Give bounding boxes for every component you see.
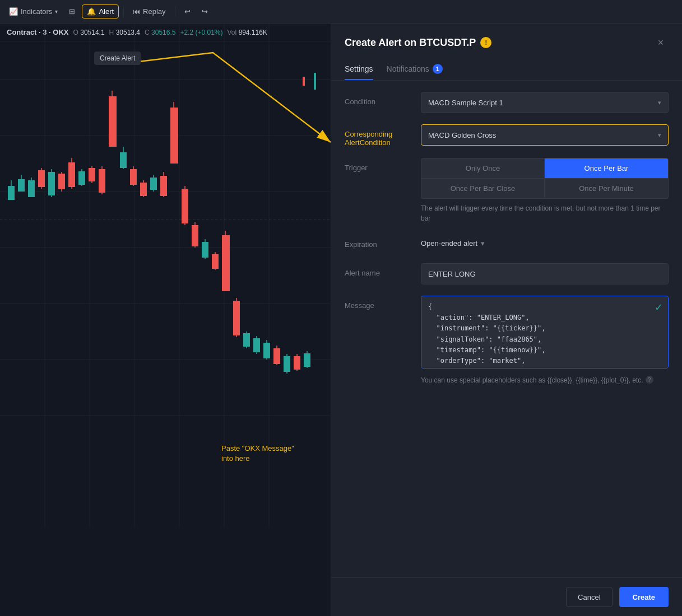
condition-select[interactable]: MACD Sample Script 1 ▾ <box>421 92 669 113</box>
trigger-per-minute-label: Once Per Minute <box>579 184 634 193</box>
modal-body: Condition MACD Sample Script 1 ▾ Corresp… <box>331 81 682 577</box>
replay-label: Replay <box>143 7 165 16</box>
notifications-tab-label: Notifications <box>387 64 429 73</box>
warning-badge: ! <box>480 37 491 48</box>
notifications-badge: 1 <box>433 64 443 74</box>
create-label: Create <box>633 593 655 601</box>
svg-rect-17 <box>8 186 15 200</box>
toolbar: 📈 Indicators ▾ ⊞ 🔔 Alert ⏮ Replay ↩ ↪ <box>0 0 682 24</box>
undo-button[interactable]: ↩ <box>180 5 195 18</box>
svg-rect-63 <box>243 333 250 347</box>
message-wrap: { "action": "ENTER_LONG", "instrument": … <box>421 296 669 385</box>
svg-rect-67 <box>263 343 270 358</box>
trigger-once-per-bar[interactable]: Once Per Bar <box>545 158 668 179</box>
help-icon-btn[interactable]: ? <box>646 376 653 384</box>
svg-rect-51 <box>182 189 188 223</box>
indicators-button[interactable]: 📈 Indicators ▾ <box>4 5 62 18</box>
chevron-down-icon: ▾ <box>55 8 58 15</box>
alert-condition-row: CorrespondingAlertCondition MACD Golden … <box>345 124 669 147</box>
svg-rect-25 <box>48 172 55 195</box>
hint-text: You can use special placeholders such as… <box>421 375 643 385</box>
alert-name-row: Alert name <box>345 263 669 284</box>
cancel-label: Cancel <box>578 593 600 601</box>
alert-name-input[interactable] <box>421 263 669 284</box>
expiration-label: Expiration <box>345 235 412 249</box>
message-label: Message <box>345 296 412 310</box>
message-hint: You can use special placeholders such as… <box>421 375 669 385</box>
tab-notifications[interactable]: Notifications 1 <box>387 59 443 81</box>
svg-rect-21 <box>28 180 35 197</box>
svg-rect-55 <box>202 242 208 258</box>
indicators-label: Indicators <box>21 7 52 16</box>
svg-rect-71 <box>284 356 290 372</box>
alert-label: Alert <box>99 7 114 16</box>
svg-rect-29 <box>68 162 75 187</box>
trigger-wrap: Only Once Once Per Bar Once Per Bar Clos… <box>421 158 669 223</box>
svg-rect-23 <box>38 170 45 187</box>
condition-wrap: MACD Sample Script 1 ▾ <box>421 92 669 113</box>
alert-condition-value: MACD Golden Cross <box>428 131 496 139</box>
trigger-only-once-label: Only Once <box>466 164 500 172</box>
settings-tab-label: Settings <box>345 64 373 73</box>
warning-icon: ! <box>485 39 488 46</box>
trigger-hint: The alert will trigger every time the co… <box>421 203 669 223</box>
help-icon: ? <box>648 376 651 384</box>
svg-rect-41 <box>130 169 137 185</box>
svg-rect-31 <box>78 171 85 185</box>
badge-count: 1 <box>436 66 439 72</box>
message-textarea[interactable]: { "action": "ENTER_LONG", "instrument": … <box>421 296 669 368</box>
expiration-value: Open-ended alert <box>421 239 477 248</box>
modal-header: Create Alert on BTCUSDT.P ! × <box>331 24 682 50</box>
toolbar-divider <box>123 6 124 17</box>
trigger-once-per-bar-close[interactable]: Once Per Bar Close <box>421 179 545 198</box>
trigger-row: Trigger Only Once Once Per Bar Once Per … <box>345 158 669 223</box>
redo-icon: ↪ <box>202 7 208 16</box>
undo-icon: ↩ <box>184 7 191 16</box>
redo-button[interactable]: ↪ <box>197 5 212 18</box>
tab-settings[interactable]: Settings <box>345 60 373 80</box>
cancel-button[interactable]: Cancel <box>566 587 612 607</box>
candle-chart <box>0 24 331 528</box>
create-button[interactable]: Create <box>619 587 669 607</box>
toolbar-divider-2 <box>175 6 175 17</box>
condition-row: Condition MACD Sample Script 1 ▾ <box>345 92 669 113</box>
alert-condition-select[interactable]: MACD Golden Cross ▾ <box>421 124 669 146</box>
modal-title-text: Create Alert on BTCUSDT.P <box>345 37 476 49</box>
svg-rect-75 <box>304 353 310 367</box>
alert-condition-label: CorrespondingAlertCondition <box>345 124 412 147</box>
alert-name-label: Alert name <box>345 263 412 277</box>
trigger-bar-close-label: Once Per Bar Close <box>451 184 516 193</box>
replay-button[interactable]: ⏮ Replay <box>128 5 170 18</box>
svg-rect-43 <box>140 183 147 196</box>
close-icon: × <box>658 37 664 49</box>
expiration-select[interactable]: Open-ended alert ▾ <box>421 235 669 252</box>
alert-button[interactable]: 🔔 Alert <box>82 4 119 18</box>
alert-name-wrap <box>421 263 669 284</box>
message-row: Message { "action": "ENTER_LONG", "instr… <box>345 296 669 385</box>
trigger-grid: Only Once Once Per Bar Once Per Bar Clos… <box>421 158 669 199</box>
expiration-row: Expiration Open-ended alert ▾ <box>345 235 669 252</box>
svg-rect-35 <box>99 169 105 193</box>
svg-rect-61 <box>233 301 240 335</box>
svg-rect-73 <box>294 356 300 370</box>
svg-rect-14 <box>314 73 316 90</box>
create-alert-modal: Create Alert on BTCUSDT.P ! × Settings N… <box>331 24 682 616</box>
svg-rect-37 <box>109 96 117 147</box>
chart-area: Create Alert Contract · 3 · OKX O 30514.… <box>0 24 682 616</box>
trigger-only-once[interactable]: Only Once <box>421 158 545 179</box>
condition-label: Condition <box>345 92 412 106</box>
chart-icon: 📈 <box>9 7 18 16</box>
svg-rect-27 <box>58 174 65 189</box>
svg-rect-47 <box>160 176 167 196</box>
svg-rect-15 <box>303 77 305 86</box>
expiration-wrap: Open-ended alert ▾ <box>421 235 669 252</box>
svg-rect-45 <box>150 178 157 190</box>
alert-condition-wrap: MACD Golden Cross ▾ <box>421 124 669 146</box>
message-container: { "action": "ENTER_LONG", "instrument": … <box>421 296 669 371</box>
close-button[interactable]: × <box>653 35 669 50</box>
layout-button[interactable]: ⊞ <box>64 5 80 18</box>
check-icon: ✓ <box>655 302 663 313</box>
modal-title: Create Alert on BTCUSDT.P ! <box>345 37 491 49</box>
svg-rect-33 <box>89 168 95 181</box>
trigger-once-per-minute[interactable]: Once Per Minute <box>545 179 668 198</box>
